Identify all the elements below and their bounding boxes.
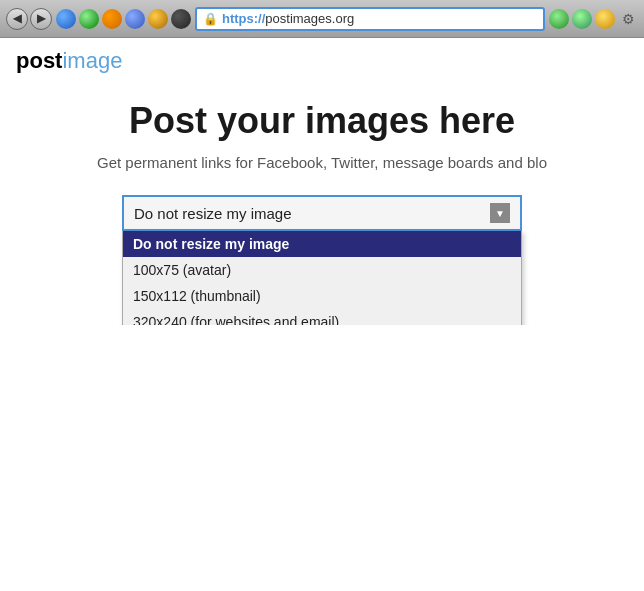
settings-icon[interactable]: ⚙	[618, 9, 638, 29]
nav-buttons: ◀ ▶	[6, 8, 52, 30]
browser-icon-3	[102, 9, 122, 29]
dropdown-option-2[interactable]: 150x112 (thumbnail)	[123, 283, 521, 309]
forward-button[interactable]: ▶	[30, 8, 52, 30]
site-header: postimage	[0, 38, 644, 80]
browser-icon-6	[171, 9, 191, 29]
browser-icon-1	[56, 9, 76, 29]
page-title: Post your images here	[20, 100, 624, 142]
subtitle: Get permanent links for Facebook, Twitte…	[20, 154, 624, 171]
dropdown-option-1[interactable]: 100x75 (avatar)	[123, 257, 521, 283]
logo-image: image	[62, 48, 122, 73]
back-button[interactable]: ◀	[6, 8, 28, 30]
addon-icon-1	[549, 9, 569, 29]
browser-icon-2	[79, 9, 99, 29]
dropdown-option-0[interactable]: Do not resize my image	[123, 231, 521, 257]
addon-icon-3	[595, 9, 615, 29]
main-section: Post your images here Get permanent link…	[0, 80, 644, 325]
addon-icon-2	[572, 9, 592, 29]
logo: postimage	[16, 48, 628, 74]
lock-icon: 🔒	[203, 12, 218, 26]
right-icons: ⚙	[549, 9, 638, 29]
browser-chrome: ◀ ▶ 🔒 https://postimages.org ⚙	[0, 0, 644, 38]
resize-dropdown-display[interactable]: Do not resize my image ▼	[122, 195, 522, 231]
resize-dropdown-list[interactable]: Do not resize my image 100x75 (avatar) 1…	[122, 231, 522, 325]
site-content: postimage Post your images here Get perm…	[0, 38, 644, 325]
logo-post: post	[16, 48, 62, 73]
dropdown-selected-label: Do not resize my image	[134, 205, 292, 222]
resize-dropdown-wrapper: Do not resize my image ▼ Do not resize m…	[122, 195, 522, 231]
dropdown-option-3[interactable]: 320x240 (for websites and email)	[123, 309, 521, 325]
address-bar[interactable]: 🔒 https://postimages.org	[195, 7, 545, 31]
browser-icons	[56, 9, 191, 29]
browser-icon-4	[125, 9, 145, 29]
dropdown-arrow-icon: ▼	[490, 203, 510, 223]
url-text: https://postimages.org	[222, 11, 354, 26]
browser-icon-5	[148, 9, 168, 29]
